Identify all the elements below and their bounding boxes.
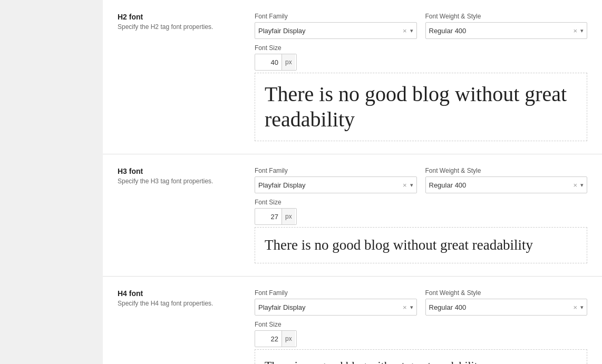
h3-font-family-label: Font Family xyxy=(255,167,417,174)
h2-font-family-group: Font Family Playfair Display × ▾ xyxy=(255,13,417,39)
h3-font-family-group: Font Family Playfair Display × ▾ xyxy=(255,167,417,193)
h4-controls-row: Font Family Playfair Display × ▾ Font We… xyxy=(255,289,587,316)
h4-font-size-input[interactable] xyxy=(255,335,281,343)
h2-font-size-input-wrapper: px xyxy=(255,54,297,71)
h2-font-family-select[interactable]: Playfair Display × ▾ xyxy=(255,22,417,39)
h2-font-family-value: Playfair Display xyxy=(258,27,401,35)
h3-title: H3 font xyxy=(118,167,244,175)
h2-preview-text: There is no good blog without great read… xyxy=(265,82,577,132)
h4-font-family-group: Font Family Playfair Display × ▾ xyxy=(255,289,417,316)
h3-font-weight-clear-icon[interactable]: × xyxy=(571,182,579,189)
h2-section: H2 font Specify the H2 tag font properti… xyxy=(103,0,602,154)
h3-font-weight-arrow-icon: ▾ xyxy=(579,182,584,189)
h4-title: H4 font xyxy=(118,289,244,298)
h2-font-size-label: Font Size xyxy=(255,44,587,52)
h4-font-weight-select[interactable]: Regular 400 × ▾ xyxy=(425,299,588,316)
h2-font-weight-arrow-icon: ▾ xyxy=(579,27,584,34)
h2-controls-row: Font Family Playfair Display × ▾ Font We… xyxy=(255,13,587,39)
h2-preview-box: There is no good blog without great read… xyxy=(255,73,587,141)
h4-font-family-clear-icon[interactable]: × xyxy=(401,304,409,311)
h2-font-weight-value: Regular 400 xyxy=(429,27,572,35)
h3-controls: Font Family Playfair Display × ▾ Font We… xyxy=(255,167,587,263)
h3-font-size-group: Font Size px xyxy=(255,199,587,225)
h4-font-family-arrow-icon: ▾ xyxy=(409,304,413,311)
h2-font-size-group: Font Size px xyxy=(255,44,587,71)
h4-font-weight-value: Regular 400 xyxy=(429,303,572,311)
h2-font-weight-clear-icon[interactable]: × xyxy=(571,27,579,34)
h4-font-weight-label: Font Weight & Style xyxy=(425,289,588,297)
h4-font-family-select[interactable]: Playfair Display × ▾ xyxy=(255,299,417,316)
h3-preview-text: There is no good blog without great read… xyxy=(265,236,577,254)
h2-font-weight-label: Font Weight & Style xyxy=(425,13,588,20)
h4-font-weight-group: Font Weight & Style Regular 400 × ▾ xyxy=(425,289,588,316)
h4-preview-text: There is no good blog without great read… xyxy=(265,358,577,364)
h3-font-weight-label: Font Weight & Style xyxy=(425,167,588,174)
h3-controls-row: Font Family Playfair Display × ▾ Font We… xyxy=(255,167,587,193)
h3-font-size-unit: px xyxy=(281,209,295,224)
h3-font-weight-value: Regular 400 xyxy=(429,181,572,189)
sidebar xyxy=(0,0,103,364)
h3-font-family-clear-icon[interactable]: × xyxy=(401,182,409,189)
h3-font-size-label: Font Size xyxy=(255,199,587,206)
h2-font-family-clear-icon[interactable]: × xyxy=(401,27,409,34)
main-content: H2 font Specify the H2 tag font properti… xyxy=(103,0,602,364)
h3-font-family-select[interactable]: Playfair Display × ▾ xyxy=(255,176,417,193)
h4-desc: Specify the H4 tag font properties. xyxy=(118,300,244,307)
h2-font-weight-select[interactable]: Regular 400 × ▾ xyxy=(425,22,588,39)
h3-font-family-value: Playfair Display xyxy=(258,181,401,189)
h4-controls: Font Family Playfair Display × ▾ Font We… xyxy=(255,289,587,364)
h3-preview-box: There is no good blog without great read… xyxy=(255,227,587,263)
h4-font-size-group: Font Size px xyxy=(255,321,587,347)
h3-label-block: H3 font Specify the H3 tag font properti… xyxy=(118,167,255,263)
h4-font-weight-arrow-icon: ▾ xyxy=(579,304,584,311)
h4-preview-box: There is no good blog without great read… xyxy=(255,349,587,364)
h3-section: H3 font Specify the H3 tag font properti… xyxy=(103,154,602,277)
h4-label-block: H4 font Specify the H4 tag font properti… xyxy=(118,289,255,364)
page-wrapper: H2 font Specify the H2 tag font properti… xyxy=(0,0,602,364)
h4-font-size-label: Font Size xyxy=(255,321,587,328)
h2-controls: Font Family Playfair Display × ▾ Font We… xyxy=(255,13,587,141)
h2-font-family-arrow-icon: ▾ xyxy=(409,27,413,34)
h3-font-weight-group: Font Weight & Style Regular 400 × ▾ xyxy=(425,167,588,193)
h3-font-family-arrow-icon: ▾ xyxy=(409,182,413,189)
h2-title: H2 font xyxy=(118,13,244,21)
h2-desc: Specify the H2 tag font properties. xyxy=(118,23,244,31)
h3-font-weight-select[interactable]: Regular 400 × ▾ xyxy=(425,176,588,193)
h4-font-family-value: Playfair Display xyxy=(258,303,401,311)
h2-label-block: H2 font Specify the H2 tag font properti… xyxy=(118,13,255,141)
h2-font-family-label: Font Family xyxy=(255,13,417,20)
h4-font-size-unit: px xyxy=(281,331,295,347)
h4-font-size-input-wrapper: px xyxy=(255,330,297,347)
h3-desc: Specify the H3 tag font properties. xyxy=(118,178,244,185)
h2-font-size-input[interactable] xyxy=(255,58,281,66)
h2-font-weight-group: Font Weight & Style Regular 400 × ▾ xyxy=(425,13,588,39)
h4-font-weight-clear-icon[interactable]: × xyxy=(571,304,579,311)
h3-font-size-input-wrapper: px xyxy=(255,208,297,225)
h4-font-family-label: Font Family xyxy=(255,289,417,297)
h3-font-size-input[interactable] xyxy=(255,213,281,221)
h2-font-size-unit: px xyxy=(281,54,295,70)
h4-section: H4 font Specify the H4 tag font properti… xyxy=(103,277,602,364)
